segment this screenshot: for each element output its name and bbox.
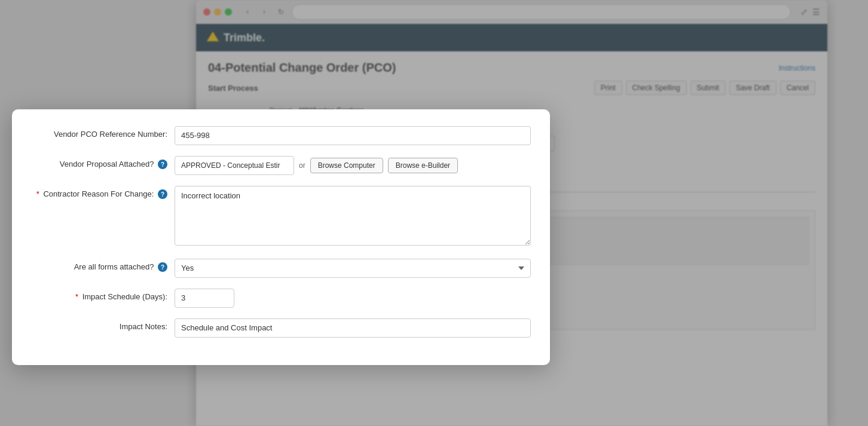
vendor-proposal-field: APPROVED - Conceptual Estir or Browse Co…	[175, 156, 531, 175]
all-forms-dropdown-wrapper: Yes No	[175, 259, 531, 278]
impact-schedule-required-star: *	[75, 292, 78, 301]
vendor-proposal-row: Vendor Proposal Attached? ? APPROVED - C…	[31, 156, 531, 175]
file-value: APPROVED - Conceptual Estir	[175, 156, 294, 175]
vendor-pco-field	[175, 126, 531, 145]
contractor-reason-row: * Contractor Reason For Change: ? Incorr…	[31, 186, 531, 248]
vendor-pco-row: Vendor PCO Reference Number:	[31, 126, 531, 145]
required-star: *	[36, 189, 39, 198]
vendor-proposal-label: Vendor Proposal Attached? ?	[31, 156, 175, 170]
vendor-proposal-help-icon[interactable]: ?	[158, 160, 167, 169]
all-forms-select[interactable]: Yes No	[175, 259, 531, 278]
file-attach-row: APPROVED - Conceptual Estir or Browse Co…	[175, 156, 531, 175]
impact-notes-input[interactable]	[175, 318, 531, 338]
all-forms-row: Are all forms attached? ? Yes No	[31, 259, 531, 278]
impact-schedule-field	[175, 289, 531, 308]
browse-ebuilder-button[interactable]: Browse e-Builder	[388, 158, 458, 173]
contractor-reason-field: Incorrect location	[175, 186, 531, 248]
impact-notes-field	[175, 318, 531, 338]
vendor-pco-input[interactable]	[175, 126, 531, 145]
contractor-reason-label: * Contractor Reason For Change: ?	[31, 186, 175, 200]
modal-card: Vendor PCO Reference Number: Vendor Prop…	[12, 109, 550, 365]
all-forms-help-icon[interactable]: ?	[158, 262, 167, 272]
modal-overlay: Vendor PCO Reference Number: Vendor Prop…	[0, 0, 868, 426]
impact-schedule-input[interactable]	[175, 289, 234, 308]
impact-schedule-label: * Impact Schedule (Days):	[31, 289, 175, 301]
impact-notes-row: Impact Notes:	[31, 318, 531, 338]
or-text: or	[299, 161, 305, 170]
vendor-pco-label: Vendor PCO Reference Number:	[31, 126, 175, 139]
browse-computer-button[interactable]: Browse Computer	[310, 158, 383, 173]
impact-notes-label: Impact Notes:	[31, 318, 175, 331]
all-forms-label: Are all forms attached? ?	[31, 259, 175, 272]
impact-schedule-row: * Impact Schedule (Days):	[31, 289, 531, 308]
all-forms-field: Yes No	[175, 259, 531, 278]
contractor-reason-textarea[interactable]: Incorrect location	[175, 186, 531, 246]
contractor-reason-help-icon[interactable]: ?	[158, 189, 167, 199]
